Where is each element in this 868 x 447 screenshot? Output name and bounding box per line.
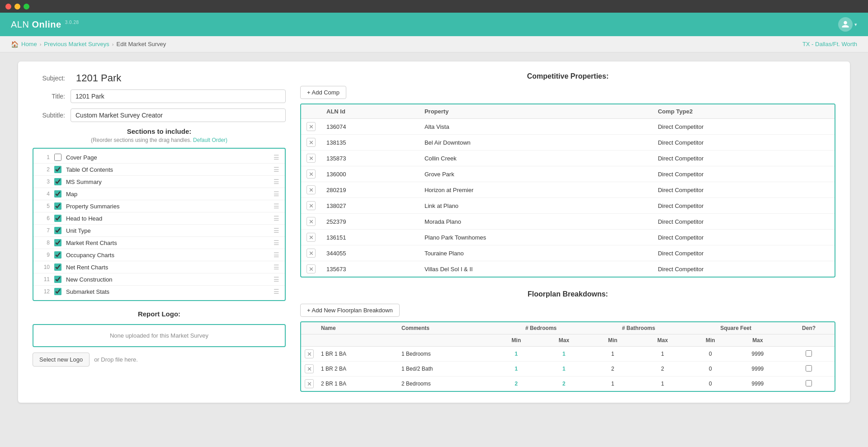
comp-type: Direct Competitor — [652, 166, 835, 182]
drag-handle-icon[interactable]: ☰ — [274, 288, 279, 295]
section-name: Table Of Contents — [66, 166, 274, 173]
user-menu[interactable]: ▾ — [838, 17, 857, 32]
breadcrumb-home[interactable]: Home — [21, 41, 37, 47]
add-floorplan-button[interactable]: + Add New Floorplan Breakdown — [300, 304, 400, 317]
comp-aln-id: 138027 — [321, 198, 419, 214]
section-number: 11 — [39, 276, 50, 282]
drag-handle-icon[interactable]: ☰ — [274, 263, 279, 271]
add-comp-button[interactable]: + Add Comp — [300, 86, 346, 99]
drag-handle-icon[interactable]: ☰ — [274, 227, 279, 234]
drag-handle-icon[interactable]: ☰ — [274, 178, 279, 185]
section-checkbox[interactable] — [54, 202, 61, 210]
fp-bath-min: 1 — [589, 376, 637, 391]
drag-handle-icon[interactable]: ☰ — [274, 202, 279, 210]
col-fp-comments: Comments — [398, 322, 493, 334]
comp-table: ALN Id Property Comp Type2 ✕136074Alta V… — [301, 104, 835, 277]
drag-handle-icon[interactable]: ☰ — [274, 154, 279, 161]
fp-den-checkbox[interactable] — [806, 350, 812, 357]
fp-sqft-max: 9999 — [732, 362, 783, 376]
col-bath-max: Max — [637, 334, 689, 347]
comp-aln-id: 344055 — [321, 245, 419, 261]
section-checkbox[interactable] — [54, 227, 61, 234]
fp-subheader: Min Max Min Max Min Max — [301, 334, 835, 347]
remove-comp-button[interactable]: ✕ — [307, 138, 316, 147]
col-fp-sqft: Square Feet — [689, 322, 783, 334]
comp-type: Direct Competitor — [652, 135, 835, 151]
title-input[interactable] — [71, 89, 286, 103]
section-checkbox[interactable] — [54, 215, 61, 222]
select-logo-button[interactable]: Select new Logo — [33, 353, 90, 367]
drop-label: or Drop file here. — [94, 356, 138, 363]
comp-aln-id: 135873 — [321, 151, 419, 166]
section-checkbox[interactable] — [54, 178, 61, 185]
section-name: Submarket Stats — [66, 288, 274, 295]
section-checkbox[interactable] — [54, 154, 61, 161]
col-sqft-max: Max — [732, 334, 783, 347]
remove-comp-button[interactable]: ✕ — [307, 201, 316, 210]
remove-fp-button[interactable]: ✕ — [305, 364, 314, 373]
fp-sqft-min: 0 — [689, 347, 732, 362]
comp-table-row: ✕136074Alta VistaDirect Competitor — [301, 119, 835, 135]
col-fp-name: Name — [317, 322, 398, 334]
col-fp-action — [301, 322, 317, 334]
comp-table-row: ✕136151Plano Park TownhomesDirect Compet… — [301, 230, 835, 245]
default-order-link[interactable]: Default Order) — [193, 137, 227, 143]
section-number: 1 — [39, 154, 50, 160]
section-number: 4 — [39, 191, 50, 197]
fp-den — [783, 362, 835, 376]
comp-table-wrap: ALN Id Property Comp Type2 ✕136074Alta V… — [300, 104, 835, 278]
fp-comments: 1 Bedrooms — [398, 347, 493, 362]
remove-comp-button[interactable]: ✕ — [307, 233, 316, 242]
remove-comp-button[interactable]: ✕ — [307, 264, 316, 273]
remove-comp-button[interactable]: ✕ — [307, 185, 316, 194]
section-checkbox[interactable] — [54, 263, 61, 271]
comp-type: Direct Competitor — [652, 182, 835, 198]
remove-comp-button[interactable]: ✕ — [307, 217, 316, 226]
remove-fp-button[interactable]: ✕ — [305, 379, 314, 388]
section-row: 10Net Rent Charts☰ — [33, 261, 285, 273]
remove-comp-button[interactable]: ✕ — [307, 122, 316, 131]
breadcrumb-current: Edit Market Survey — [117, 41, 166, 47]
fp-den-checkbox[interactable] — [806, 380, 812, 386]
comp-property-name: Grove Park — [419, 166, 652, 182]
drag-handle-icon[interactable]: ☰ — [274, 276, 279, 283]
section-checkbox[interactable] — [54, 251, 61, 259]
drag-handle-icon[interactable]: ☰ — [274, 251, 279, 259]
subtitle-input[interactable] — [71, 108, 286, 122]
breadcrumb-prev-surveys[interactable]: Previous Market Surveys — [44, 41, 109, 47]
user-caret-icon: ▾ — [854, 22, 857, 28]
section-checkbox[interactable] — [54, 166, 61, 173]
remove-comp-button[interactable]: ✕ — [307, 169, 316, 179]
home-icon: 🏠 — [11, 41, 19, 48]
drag-handle-icon[interactable]: ☰ — [274, 215, 279, 222]
section-row: 2Table Of Contents☰ — [33, 164, 285, 176]
remove-fp-button[interactable]: ✕ — [305, 349, 314, 358]
section-checkbox[interactable] — [54, 190, 61, 198]
section-name: Cover Page — [66, 154, 274, 161]
subject-value: 1201 Park — [76, 72, 121, 84]
close-btn[interactable] — [5, 4, 11, 9]
remove-comp-button[interactable]: ✕ — [307, 154, 316, 163]
drag-handle-icon[interactable]: ☰ — [274, 190, 279, 198]
fp-table-row: ✕1 BR 2 BA1 Bed/2 Bath112209999 — [301, 362, 835, 376]
two-col-layout: Subject: 1201 Park Title: Subtitle: Sect… — [33, 72, 835, 392]
section-checkbox[interactable] — [54, 239, 61, 246]
titlebar — [0, 0, 868, 13]
fp-bed-max: 1 — [539, 347, 589, 362]
section-checkbox[interactable] — [54, 288, 61, 295]
fp-bath-max: 2 — [637, 362, 689, 376]
comp-aln-id: 136000 — [321, 166, 419, 182]
comp-aln-id: 136074 — [321, 119, 419, 135]
comp-title: Competitive Properties: — [300, 72, 835, 80]
region-selector[interactable]: TX - Dallas/Ft. Worth — [802, 41, 857, 47]
drag-handle-icon[interactable]: ☰ — [274, 166, 279, 173]
maximize-btn[interactable] — [24, 4, 29, 9]
minimize-btn[interactable] — [14, 4, 20, 9]
fp-den-checkbox[interactable] — [806, 365, 812, 372]
fp-bed-min: 2 — [493, 376, 539, 391]
section-number: 3 — [39, 179, 50, 185]
section-checkbox[interactable] — [54, 276, 61, 283]
col-bed-max: Max — [539, 334, 589, 347]
remove-comp-button[interactable]: ✕ — [307, 249, 316, 258]
drag-handle-icon[interactable]: ☰ — [274, 239, 279, 246]
